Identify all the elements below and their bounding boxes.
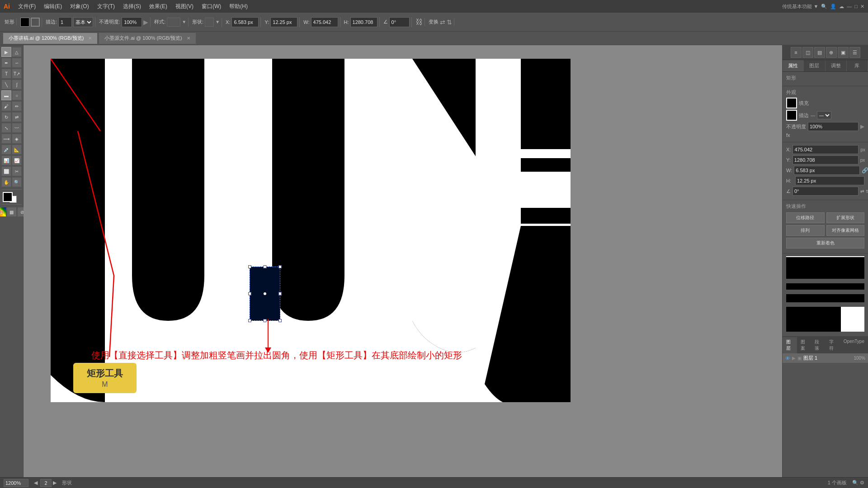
tool-type[interactable]: T [1, 69, 11, 79]
tx-input[interactable] [793, 145, 859, 154]
layer-tab-opentype[interactable]: OpenType [840, 337, 868, 353]
stroke-style-select[interactable]: — [817, 111, 831, 119]
panel-icon-3[interactable]: ▤ [814, 47, 825, 58]
tool-type2[interactable]: T↗ [12, 69, 22, 79]
minimize-btn[interactable]: — [847, 4, 852, 9]
arrange-btn[interactable]: 排列 [786, 225, 825, 236]
layer-tab-layers[interactable]: 图层 [783, 337, 797, 353]
tool-selection[interactable]: ▶ [1, 47, 11, 57]
angle-input[interactable] [389, 17, 410, 27]
tool-artboard[interactable]: ⬜ [1, 166, 11, 176]
status-zoom-in-icon[interactable]: 🔍 [852, 480, 859, 486]
tool-direct-selection[interactable]: △ [12, 47, 22, 57]
cloud-icon[interactable]: ☁ [839, 4, 844, 9]
menu-object[interactable]: 对象(O) [66, 2, 92, 11]
tool-hand[interactable]: ✋ [1, 177, 11, 187]
constraint-lock-icon[interactable]: ⛓ [415, 18, 423, 26]
handle-ml[interactable] [248, 292, 251, 296]
menu-view[interactable]: 视图(V) [172, 2, 197, 11]
ty-input[interactable] [793, 155, 859, 164]
tool-slice[interactable]: ✂ [12, 166, 22, 176]
handle-tr[interactable] [278, 265, 282, 268]
prev-artboard-btn[interactable]: ◀ [34, 480, 38, 486]
panel-icon-2[interactable]: ◫ [802, 47, 813, 58]
panel-tab-library[interactable]: 库 [847, 60, 868, 71]
search-icon[interactable]: 🔍 [821, 4, 827, 9]
panel-icon-4[interactable]: ⊕ [826, 47, 837, 58]
fill-swatch[interactable] [20, 18, 29, 27]
stroke-color-swatch[interactable] [786, 110, 797, 121]
tab-1[interactable]: 小墨源文件.ai @ 100% (RGB/预览) ✕ [99, 33, 196, 44]
handle-mr[interactable] [278, 292, 282, 296]
opacity-expand-btn[interactable]: ▶ [860, 123, 864, 130]
handle-bm[interactable] [264, 319, 267, 322]
reflect-v-icon[interactable]: ⇅ [447, 19, 452, 26]
panel-icon-6[interactable]: ☰ [849, 47, 860, 58]
handle-bl[interactable] [248, 319, 251, 322]
tool-paintbrush[interactable]: 🖌 [1, 101, 11, 111]
align-pixel-btn[interactable]: 对齐像素网格 [826, 225, 865, 236]
style-preview[interactable] [167, 18, 180, 27]
tw-input[interactable] [794, 166, 860, 175]
layer-visibility-icon[interactable]: 👁 [785, 356, 790, 361]
shape-expand[interactable]: ▼ [215, 19, 220, 24]
next-artboard-btn[interactable]: ▶ [53, 480, 57, 486]
link-wh-icon[interactable]: 🔗 [862, 167, 868, 174]
panel-icon-5[interactable]: ▣ [838, 47, 849, 58]
selected-rectangle[interactable] [250, 267, 280, 321]
tool-graph[interactable]: 📊 [1, 155, 11, 165]
fill-color-swatch[interactable] [786, 98, 797, 108]
flip-h-btn[interactable]: ⇄ [860, 189, 864, 194]
stroke-width-select[interactable]: 基本 [73, 17, 93, 27]
menu-help[interactable]: 帮助(H) [226, 2, 251, 11]
tool-line[interactable]: ╲ [1, 80, 11, 89]
stroke-swatch[interactable] [31, 18, 40, 27]
artboard-num-input[interactable] [40, 479, 52, 487]
handle-br[interactable] [278, 319, 282, 322]
style-expand[interactable]: ▼ [182, 19, 186, 24]
tool-eyedropper[interactable]: 💉 [1, 145, 11, 155]
panel-tab-adjust[interactable]: 调整 [826, 60, 847, 71]
layer-tab-char[interactable]: 字符 [826, 337, 840, 353]
status-settings-icon[interactable]: ⚙ [860, 480, 864, 486]
tool-ellipse[interactable]: ○ [12, 90, 22, 100]
zoom-input[interactable] [4, 479, 28, 487]
tool-arc[interactable]: ∫ [12, 80, 22, 89]
h-input[interactable] [350, 17, 377, 27]
tool-warp[interactable]: 〰 [12, 123, 22, 133]
tool-curvature[interactable]: ∽ [12, 58, 22, 68]
shape-preview[interactable] [205, 18, 214, 27]
tool-gradient-mode[interactable]: ▦ [7, 207, 17, 217]
tool-rotate[interactable]: ↻ [1, 112, 11, 122]
user-icon[interactable]: 👤 [830, 4, 836, 9]
tab-1-close[interactable]: ✕ [187, 36, 190, 41]
menu-edit[interactable]: 编辑(E) [40, 2, 66, 11]
layer-1-name[interactable]: 图层 1 [803, 355, 854, 361]
w-input[interactable] [311, 17, 338, 27]
tab-0-close[interactable]: ✕ [88, 36, 92, 41]
opacity-input-panel[interactable] [808, 122, 859, 131]
menu-window[interactable]: 窗口(W) [198, 2, 225, 11]
y-input[interactable] [270, 17, 297, 27]
recolor-btn[interactable]: 重新着色 [786, 238, 864, 249]
layer-tab-paragraph[interactable]: 段落 [811, 337, 826, 353]
panel-tab-stroke[interactable]: 图层 [804, 60, 825, 71]
close-btn[interactable]: ✕ [860, 4, 864, 9]
tool-blend[interactable]: ◈ [12, 134, 22, 144]
layer-expand-icon[interactable]: ▶ [792, 356, 796, 361]
fill-color-btn[interactable] [3, 192, 13, 202]
menu-effect[interactable]: 效果(E) [146, 2, 171, 11]
tool-width[interactable]: ⟿ [1, 134, 11, 144]
handle-tl[interactable] [248, 265, 251, 268]
stroke-width-input[interactable] [58, 17, 72, 27]
flip-v-btn[interactable]: ⇅ [866, 189, 868, 194]
tool-measure[interactable]: 📐 [12, 145, 22, 155]
canvas-area[interactable]: 使用【直接选择工具】调整加粗竖笔画并拉出圆角，使用【矩形工具】在其底部绘制小的矩… [24, 45, 782, 477]
maximize-btn[interactable]: □ [854, 4, 858, 9]
panel-icon-1[interactable]: ≡ [791, 47, 802, 58]
tool-pen[interactable]: ✒ [1, 58, 11, 68]
tool-zoom[interactable]: 🔍 [12, 177, 22, 187]
tool-reflect[interactable]: ⇌ [12, 112, 22, 122]
tool-rect[interactable]: ▬ [1, 90, 11, 100]
x-input[interactable] [231, 17, 259, 27]
